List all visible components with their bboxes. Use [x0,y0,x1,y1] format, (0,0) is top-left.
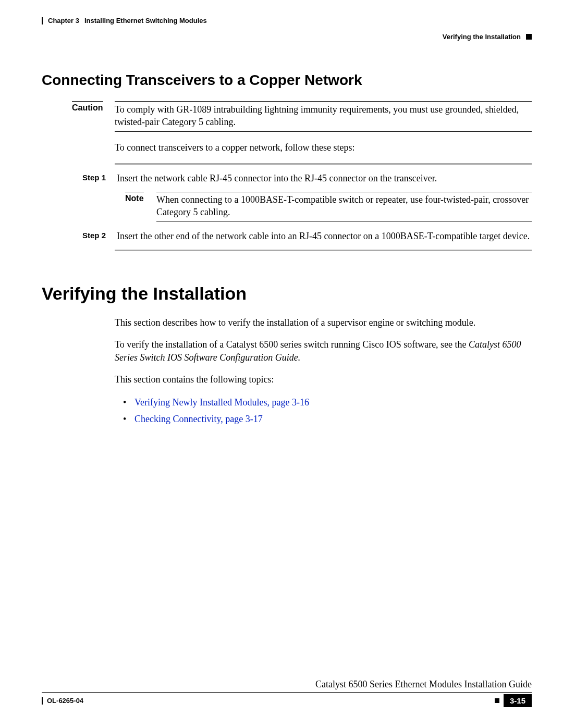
note-label: Note [125,192,144,203]
caution-label: Caution [72,101,103,113]
note-text: When connecting to a 1000BASE-T-compatib… [156,192,532,221]
square-marker-icon [495,698,499,703]
step-row: Step 2 Insert the other end of the netwo… [82,230,532,242]
caution-text: To comply with GR-1089 intrabuilding lig… [115,101,532,132]
page-footer: Catalyst 6500 Series Ethernet Modules In… [42,679,532,707]
verify-p2a: To verify the installation of a Catalyst… [115,339,469,350]
section-heading-copper: Connecting Transceivers to a Copper Netw… [42,72,532,89]
verify-p3: This section contains the following topi… [115,373,532,386]
step-body: Insert the other end of the network cabl… [117,230,532,242]
caution-block: Caution To comply with GR-1089 intrabuil… [72,101,532,132]
footer-rule-icon [42,697,43,705]
verify-p2: To verify the installation of a Catalyst… [115,338,532,364]
topic-link-list: Verifying Newly Installed Modules, page … [123,395,532,427]
step-label: Step 2 [82,230,106,240]
note-block: Note When connecting to a 1000BASE-T-com… [125,192,532,221]
chapter-title: Installing Ethernet Switching Modules [84,17,207,24]
section-heading-verify: Verifying the Installation [42,283,532,304]
topic-link[interactable]: Checking Connectivity, page 3-17 [134,414,263,424]
step-body: Insert the network cable RJ-45 connector… [117,172,532,184]
page-header: Chapter 3 Installing Ethernet Switching … [42,17,532,24]
page-number: 3-15 [504,694,532,707]
footer-guide-title: Catalyst 6500 Series Ethernet Modules In… [42,679,532,690]
step-row: Step 1 Insert the network cable RJ-45 co… [82,172,532,184]
header-section-name: Verifying the Installation [443,33,521,41]
topic-link[interactable]: Verifying Newly Installed Modules, page … [134,397,309,408]
header-rule-icon [42,17,43,24]
footer-doc-id: OL-6265-04 [47,697,83,705]
rule-icon [115,163,532,165]
intro-paragraph: To connect transceivers to a copper netw… [115,141,532,154]
step-label: Step 1 [82,172,106,182]
rule-icon [115,250,532,251]
square-marker-icon [526,34,532,40]
chapter-label: Chapter 3 [48,17,79,24]
verify-p1: This section describes how to verify the… [115,316,532,329]
